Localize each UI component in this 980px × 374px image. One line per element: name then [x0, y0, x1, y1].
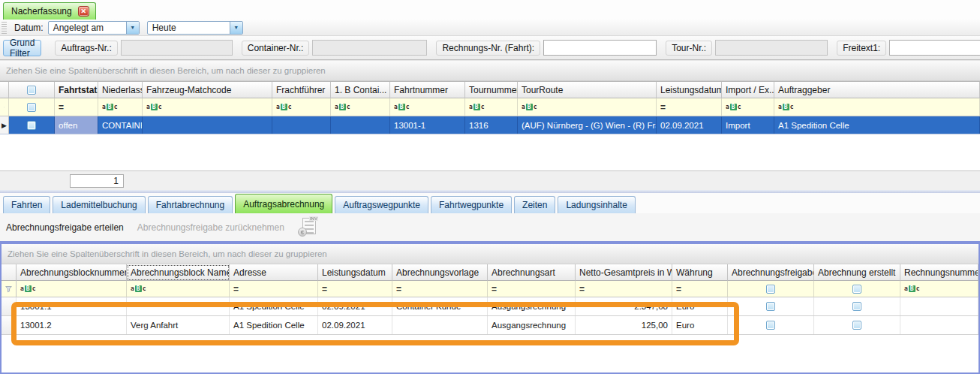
- filter-auftraggeber[interactable]: aBc: [774, 98, 980, 116]
- container-nr-input[interactable]: [312, 40, 427, 56]
- cell-freigabe-checkbox[interactable]: [728, 297, 814, 315]
- col-abrechnungsfreigabe[interactable]: Abrechnungsfreigabe: [728, 264, 814, 281]
- filter-funnel-cell[interactable]: [2, 281, 17, 297]
- filter-import-export[interactable]: aBc: [722, 98, 774, 116]
- filter-abrechnungsblocknummer[interactable]: aBc: [17, 281, 127, 297]
- tab-auftragswegpunkte[interactable]: Auftragswegpunkte: [335, 196, 428, 213]
- cell-blockname: [127, 297, 230, 315]
- filter-fahrtnummer[interactable]: aBc: [390, 98, 465, 116]
- row-indicator-icon: ▶: [0, 116, 9, 134]
- tab-ladungsinhalte[interactable]: Ladungsinhalte: [558, 196, 635, 213]
- filter-fahrzeug-matchcode[interactable]: aBc: [143, 98, 272, 116]
- group-by-panel[interactable]: Ziehen Sie eine Spaltenüberschrift in di…: [2, 244, 978, 264]
- checkbox-icon[interactable]: [766, 321, 775, 330]
- close-icon[interactable]: ✕: [78, 6, 89, 17]
- cell-freigabe-checkbox[interactable]: [728, 316, 814, 334]
- tab-fahrten[interactable]: Fahrten: [3, 196, 50, 213]
- filter-abrechnungsfreigabe[interactable]: [728, 281, 814, 297]
- col-container[interactable]: 1. B Contai...: [331, 82, 390, 98]
- tour-nr-input[interactable]: [715, 40, 828, 56]
- cell-erstellt-checkbox[interactable]: [814, 316, 900, 334]
- rechnungs-nr-input[interactable]: [543, 40, 657, 56]
- checkbox-icon[interactable]: [852, 285, 861, 294]
- filter-netto[interactable]: =: [576, 281, 672, 297]
- filter-tourroute[interactable]: aBc: [518, 98, 657, 116]
- datum-range-select[interactable]: Heute ▼: [147, 21, 243, 35]
- tab-lademittelbuchung[interactable]: Lademittelbuchung: [53, 196, 145, 213]
- toolbar-grip-icon[interactable]: [2, 22, 7, 34]
- quick-filter-toolbar: Grund Filter Auftrags-Nr.: Container-Nr.…: [0, 36, 980, 60]
- filter-rechnungsnummer[interactable]: aBc: [900, 281, 978, 297]
- table-row[interactable]: 13001.2 Verg Anfahrt A1 Spedition Celle …: [2, 316, 978, 335]
- checkbox-icon[interactable]: [27, 103, 36, 112]
- col-tourroute[interactable]: TourRoute: [518, 82, 657, 98]
- filter-waehrung[interactable]: =: [672, 281, 728, 297]
- checkbox-icon[interactable]: [766, 285, 775, 294]
- freitext1-input[interactable]: [889, 40, 980, 56]
- col-abrechnungsblock-name[interactable]: Abrechnungsblock Name: [127, 264, 230, 281]
- row-indicator: [2, 297, 17, 315]
- col-fahrtnummer[interactable]: Fahrtnummer: [390, 82, 465, 98]
- checkbox-icon[interactable]: [27, 86, 36, 95]
- filter-funnel-cell[interactable]: [0, 98, 9, 116]
- col-abrechnungsvorlage[interactable]: Abrechnungsvorlage: [392, 264, 488, 281]
- col-waehrung[interactable]: Währung: [672, 264, 728, 281]
- col-leistungsdatum[interactable]: Leistungsdatum: [318, 264, 392, 281]
- col-rechnungsnummer[interactable]: Rechnungsnummer: [900, 264, 978, 281]
- col-fahrzeug-matchcode[interactable]: Fahrzeug-Matchcode: [143, 82, 272, 98]
- filter-abrechnungsart[interactable]: =: [488, 281, 576, 297]
- tab-nacherfassung[interactable]: Nacherfassung ✕: [3, 2, 96, 20]
- checkbox-icon[interactable]: [27, 121, 36, 130]
- table-row[interactable]: 13001.1 A1 Spedition Celle 02.09.2021 Co…: [2, 297, 978, 316]
- col-abrechnungsblocknummer[interactable]: Abrechnungsblocknummer: [17, 264, 127, 281]
- grund-filter-button[interactable]: Grund Filter: [3, 40, 41, 56]
- filter-leistungsdatum[interactable]: =: [657, 98, 722, 116]
- tab-fahrtwegpunkte[interactable]: Fahrtwegpunkte: [431, 196, 512, 213]
- col-frachtfuehrer[interactable]: Frachtführer: [272, 82, 331, 98]
- tab-zeiten[interactable]: Zeiten: [514, 196, 555, 213]
- abc-filter-icon: aBc: [102, 104, 117, 110]
- filter-leistungsdatum[interactable]: =: [318, 281, 392, 297]
- auftragsabrechnung-panel: Ziehen Sie eine Spaltenüberschrift in di…: [0, 241, 980, 374]
- filter-frachtfuehrer[interactable]: aBc: [272, 98, 331, 116]
- col-fahrtstatus[interactable]: Fahrtstat...: [55, 82, 98, 98]
- col-netto-gesamtpreis[interactable]: Netto-Gesamtpreis in W...: [576, 264, 672, 281]
- checkbox-icon[interactable]: [852, 321, 861, 330]
- freigabe-erteilen-button[interactable]: Abrechnungsfreigabe erteilen: [6, 222, 124, 233]
- datum-field-select[interactable]: Angelegt am ▼: [48, 21, 140, 35]
- col-auftraggeber[interactable]: Auftraggeber: [774, 82, 980, 98]
- table-row-selected[interactable]: ▶ offen CONTAINER 13001-1 1316 (AUF) Nür…: [0, 116, 980, 134]
- tab-fahrtabrechnung[interactable]: Fahrtabrechnung: [148, 196, 233, 213]
- cell-frachtfuehrer: [272, 116, 331, 134]
- checkbox-icon[interactable]: [766, 302, 775, 311]
- chevron-down-icon[interactable]: ▼: [230, 22, 242, 34]
- chevron-down-icon[interactable]: ▼: [126, 22, 139, 34]
- tab-auftragsabrechnung[interactable]: Auftragsabrechnung: [235, 194, 332, 213]
- freigabe-zuruecknehmen-button[interactable]: Abrechnungsfreigabe zurücknehmen: [137, 222, 284, 233]
- cell-erstellt-checkbox[interactable]: [814, 297, 900, 315]
- filter-fahrtstatus[interactable]: =: [55, 98, 98, 116]
- filter-checkbox-cell[interactable]: [9, 98, 55, 116]
- filter-container[interactable]: aBc: [331, 98, 390, 116]
- record-count-field[interactable]: 1: [70, 174, 124, 188]
- filter-abrechnungsvorlage[interactable]: =: [392, 281, 488, 297]
- col-abrechnungsart[interactable]: Abrechnungsart: [488, 264, 576, 281]
- filter-tournummer[interactable]: aBc: [465, 98, 518, 116]
- col-import-export[interactable]: Import / Ex...: [722, 82, 774, 98]
- auftrags-nr-input[interactable]: [121, 40, 233, 56]
- filter-abrechnung-erstellt[interactable]: [814, 281, 900, 297]
- col-niederlassung[interactable]: Niederlassu...: [98, 82, 143, 98]
- create-invoice-icon[interactable]: INV €: [298, 218, 317, 237]
- col-abrechnung-erstellt[interactable]: Abrechnung erstellt: [814, 264, 900, 281]
- col-tournummer[interactable]: Tournummer: [465, 82, 518, 98]
- row-checkbox-cell[interactable]: [9, 116, 55, 134]
- filter-abrechnungsblock-name[interactable]: aBc: [127, 281, 230, 297]
- abc-filter-icon: aBc: [20, 285, 35, 292]
- select-all-checkbox-header[interactable]: [9, 82, 55, 98]
- col-leistungsdatum[interactable]: Leistungsdatum: [657, 82, 722, 98]
- filter-adresse[interactable]: =: [230, 281, 318, 297]
- filter-niederlassung[interactable]: aBc: [98, 98, 143, 116]
- group-by-panel[interactable]: Ziehen Sie eine Spaltenüberschrift in di…: [0, 60, 980, 81]
- checkbox-icon[interactable]: [852, 302, 861, 311]
- col-adresse[interactable]: Adresse: [230, 264, 318, 281]
